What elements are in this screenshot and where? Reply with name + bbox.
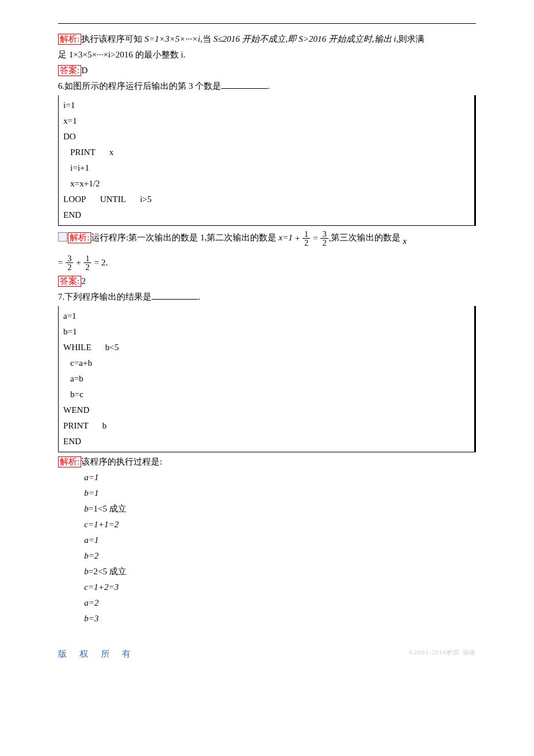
q6-code-box: i=1 x=1 DO PRINTx i=i+1 x=x+1/2 LOOPUNTI… — [58, 95, 476, 226]
trace-line: b=1 — [58, 486, 476, 500]
q5-analysis-line1: 解析:执行该程序可知 S=1×3×5×···×i,当 S≤2016 开始不成立,… — [58, 32, 476, 46]
trace-line: a=1 — [58, 533, 476, 547]
analysis-label: 解析: — [58, 456, 81, 467]
top-rule — [58, 23, 476, 24]
code-line: a=b — [63, 371, 470, 387]
q5-expr2: S≤2016 开始不成立,即 S>2016 开始成立时,输出 i, — [213, 34, 398, 44]
analysis-label: 解析: — [58, 34, 81, 45]
trace-line: a=1 — [58, 470, 476, 484]
code-line: b=c — [63, 387, 470, 402]
marker-icon — [58, 232, 67, 242]
footer-left: 版 权 所 有 — [58, 649, 136, 660]
footer-right: ©2001-2016护踪 诏场 — [409, 649, 476, 657]
q6-analysis-line2: = 32 + 12 = 2. — [58, 253, 476, 272]
code-line: c=a+b — [63, 355, 470, 371]
q7-stem: 7.下列程序输出的结果是. — [58, 290, 476, 304]
fraction-threehalf: 32 — [320, 230, 328, 247]
q7-code-box: a=1 b=1 WHILEb<5 c=a+b a=b b=c WEND PRIN… — [58, 306, 476, 452]
fraction-half: 12 — [302, 230, 310, 247]
analysis-label: 解析: — [68, 232, 91, 243]
q6-analysis-line1: 解析:运行程序:第一次输出的数是 1,第二次输出的数是 x=1 + 12 = 3… — [58, 228, 476, 251]
blank-fill — [151, 290, 198, 300]
code-line: DO — [63, 129, 470, 145]
q7-analysis-head: 解析:该程序的执行过程是: — [58, 455, 476, 469]
code-line: x=x+1/2 — [63, 176, 470, 192]
var-x: x=1 — [279, 233, 293, 242]
q5-analysis-line2: 足 1×3×5×···×i>2016 的最小整数 i. — [58, 48, 476, 62]
fraction-half-2: 12 — [84, 254, 91, 272]
q5-expr1: S=1×3×5×···×i, — [145, 34, 203, 44]
trace-line: b=3 — [58, 611, 476, 625]
var-x-sub: x — [403, 236, 407, 246]
code-line: i=i+1 — [63, 160, 470, 176]
document-page: 解析:执行该程序可知 S=1×3×5×···×i,当 S≤2016 开始不成立,… — [0, 0, 534, 701]
blank-fill — [221, 80, 268, 89]
code-line: PRINTb — [63, 418, 470, 434]
trace-line: c=1+1=2 — [58, 517, 476, 531]
code-line: i=1 — [63, 98, 470, 113]
q6-stem: 6.如图所示的程序运行后输出的第 3 个数是. — [58, 79, 476, 93]
page-footer: 版 权 所 有 ©2001-2016护踪 诏场 — [58, 649, 476, 666]
trace-line: c=1+2=3 — [58, 580, 476, 594]
trace-line: b=1<5 成立 — [58, 502, 476, 516]
trace-line: b=2<5 成立 — [58, 564, 476, 578]
answer-label: 答案: — [58, 276, 81, 287]
code-line: x=1 — [63, 113, 470, 129]
answer-label: 答案: — [58, 65, 81, 76]
code-line: WHILEb<5 — [63, 340, 470, 355]
code-line: END — [63, 207, 470, 223]
trace-line: a=2 — [58, 596, 476, 610]
code-line: b=1 — [63, 324, 470, 340]
q5-answer: 答案:D — [58, 63, 476, 77]
q6-answer: 答案:2 — [58, 274, 476, 288]
code-line: a=1 — [63, 308, 470, 324]
fraction-threehalf-2: 32 — [66, 254, 73, 272]
code-line: LOOPUNTILi>5 — [63, 192, 470, 207]
code-line: END — [63, 434, 470, 449]
code-line: PRINTx — [63, 145, 470, 160]
code-line: WEND — [63, 402, 470, 418]
trace-line: b=2 — [58, 549, 476, 563]
